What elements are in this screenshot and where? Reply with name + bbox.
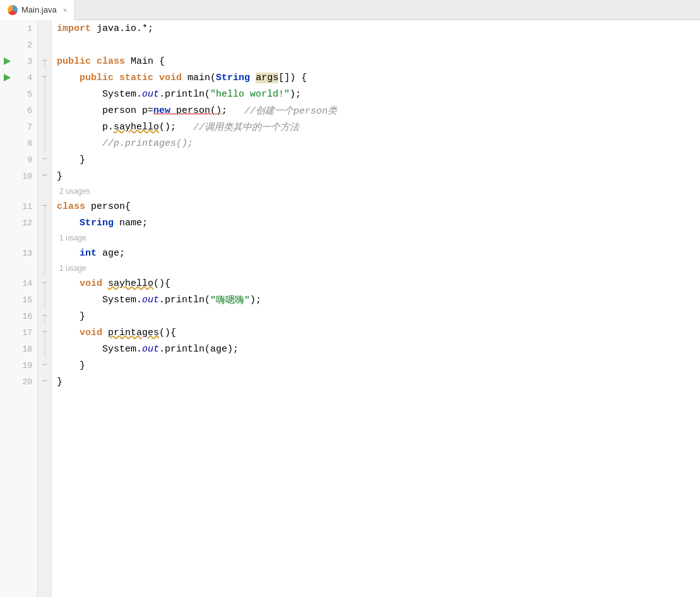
line-numbers: 1 2 3 4 5 6 7 8 9 10 (0, 20, 38, 597)
line-num-usages1 (0, 184, 37, 198)
token-class-3: class (97, 56, 125, 67)
fold-usages2 (38, 231, 51, 245)
line-num-3: 3 (0, 53, 37, 69)
token-new-person: person() (170, 105, 222, 116)
token-out-18: out (142, 344, 159, 355)
tab-close-button[interactable]: × (63, 6, 67, 14)
fold-gutter: − − (38, 20, 52, 597)
line-num-18: 18 (0, 341, 37, 357)
file-icon (8, 5, 18, 15)
code-line-8: //p.printages(); (57, 135, 700, 151)
line-num-17: 17 (0, 324, 37, 341)
usage-hint-2usages[interactable]: 2 usages (57, 184, 700, 198)
code-line-12: String name; (57, 215, 700, 231)
token-comment-6: //创建一个person类 (244, 105, 337, 117)
token-string-type: String (216, 73, 250, 83)
line-num-6: 6 (0, 102, 37, 119)
fold-20[interactable]: − (38, 374, 51, 390)
code-line-18: System.out.println(age); (57, 341, 700, 357)
fold-6 (38, 102, 51, 119)
fold-minus-icon-9[interactable]: − (41, 156, 49, 163)
code-line-6: person p=new person(); //创建一个person类 (57, 102, 700, 119)
line-num-8: 8 (0, 135, 37, 151)
token-chinese-str: "嗨嗯嗨" (210, 294, 250, 306)
token-class-11: class (57, 201, 85, 212)
usage-hint-age[interactable]: 1 usage (57, 261, 700, 275)
line-num-13: 13 (0, 245, 37, 261)
token-out-5: out (142, 89, 159, 100)
fold-14[interactable]: − (38, 275, 51, 292)
code-line-16: } (57, 308, 700, 324)
token-int-13: int (80, 248, 97, 259)
fold-19[interactable]: − (38, 357, 51, 374)
fold-3[interactable]: − (38, 53, 51, 69)
line-num-11: 11 (0, 198, 37, 215)
code-line-14: void sayhello(){ (57, 275, 700, 292)
fold-usages3 (38, 261, 51, 275)
code-line-10: } (57, 168, 700, 184)
code-line-7: p.sayhello(); //调用类其中的一个方法 (57, 119, 700, 135)
token-void-17: void (80, 328, 102, 338)
line-num-19: 19 (0, 357, 37, 374)
fold-minus-icon-10[interactable]: − (41, 172, 49, 180)
token-space: java.io.*; (91, 23, 153, 34)
line-num-16: 16 (0, 308, 37, 324)
code-line-15: System.out.println("嗨嗯嗨"); (57, 292, 700, 308)
line-num-5: 5 (0, 86, 37, 102)
fold-11[interactable]: − (38, 198, 51, 215)
fold-15 (38, 292, 51, 308)
line-num-12: 12 (0, 215, 37, 231)
fold-usages1 (38, 184, 51, 198)
line-num-10: 10 (0, 168, 37, 184)
line-num-usages3 (0, 261, 37, 275)
code-line-1: import java.io.*; (57, 20, 700, 37)
line-num-20: 20 (0, 374, 37, 390)
token-args-highlighted: args (256, 73, 278, 83)
line-num-4: 4 (0, 69, 37, 86)
fold-17[interactable]: − (38, 324, 51, 341)
fold-7 (38, 119, 51, 135)
fold-13 (38, 245, 51, 261)
line-num-7: 7 (0, 119, 37, 135)
token-new: new (153, 105, 170, 116)
code-line-2 (57, 37, 700, 53)
fold-8 (38, 135, 51, 151)
token-out-15: out (142, 295, 159, 305)
token-hello-world: "hello world!" (210, 89, 290, 100)
usage-hint-name[interactable]: 1 usage (57, 231, 700, 245)
code-area: 1 2 3 4 5 6 7 8 9 10 (0, 20, 700, 597)
token-void-14: void (80, 278, 102, 289)
file-tab[interactable]: Main.java × (0, 0, 75, 20)
code-line-13: int age; (57, 245, 700, 261)
code-line-3: public class Main { (57, 53, 700, 69)
token-public-3: public (57, 56, 91, 67)
fold-minus-icon-19[interactable]: − (41, 362, 49, 369)
run-icon-4[interactable] (3, 73, 11, 82)
run-icon-3[interactable] (3, 57, 11, 66)
code-content: import java.io.*; public class Main { pu… (52, 20, 700, 597)
token-sayhello-def: sayhello (108, 278, 153, 289)
line-num-15: 15 (0, 292, 37, 308)
fold-9[interactable]: − (38, 151, 51, 168)
tab-filename: Main.java (21, 5, 57, 15)
tab-bar: Main.java × (0, 0, 700, 20)
token-import: import (57, 23, 91, 34)
fold-10[interactable]: − (38, 168, 51, 184)
token-public-4: public (80, 73, 114, 83)
editor-window: Main.java × 1 2 3 4 5 6 7 (0, 0, 700, 597)
fold-1 (38, 20, 51, 37)
token-sayhello-call: sayhello (114, 122, 159, 133)
fold-4[interactable]: − (38, 69, 51, 86)
line-num-14: 14 (0, 275, 37, 292)
fold-16[interactable]: − (38, 308, 51, 324)
fold-minus-icon-20[interactable]: − (41, 378, 49, 386)
code-line-17: void printages(){ (57, 324, 700, 341)
code-line-4: public static void main(String args[]) { (57, 69, 700, 86)
line-num-2: 2 (0, 37, 37, 53)
code-line-11: class person{ (57, 198, 700, 215)
code-line-20: } (57, 374, 700, 390)
code-line-5: System.out.println("hello world!"); (57, 86, 700, 102)
line-num-usages2 (0, 231, 37, 245)
token-string-12: String (80, 218, 114, 228)
token-comment-7: //调用类其中的一个方法 (193, 121, 299, 133)
